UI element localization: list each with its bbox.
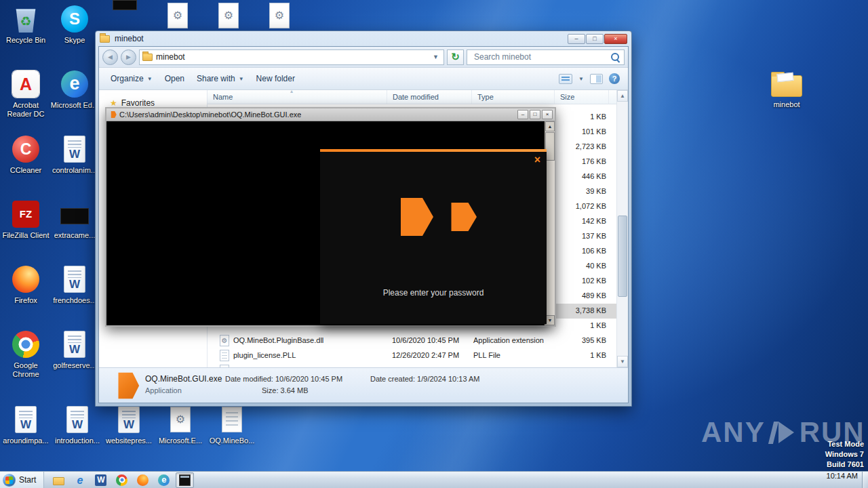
back-button[interactable]: ◀: [102, 49, 118, 65]
column-header-name[interactable]: Name: [208, 90, 387, 104]
change-view-icon[interactable]: [559, 74, 572, 84]
desktop-icon[interactable]: golfreserve...: [49, 329, 100, 390]
desktop-icon-label: Skype: [64, 36, 85, 45]
skype-icon: [61, 5, 88, 33]
close-button[interactable]: ×: [542, 110, 553, 119]
search-icon[interactable]: [610, 52, 621, 63]
taskbar-clock[interactable]: 10:14 AM: [823, 472, 862, 488]
taskbar-button[interactable]: [71, 472, 89, 488]
minimize-button[interactable]: –: [517, 110, 528, 119]
folder-icon: [771, 75, 802, 97]
refresh-button[interactable]: ↻: [447, 49, 464, 65]
show-desktop-button[interactable]: [862, 472, 868, 488]
maximize-button[interactable]: □: [530, 110, 540, 119]
explorer-titlebar[interactable]: minebot – □ ×: [96, 31, 631, 46]
address-bar[interactable]: minebot ▼: [139, 49, 444, 65]
taskbar-button[interactable]: [134, 472, 152, 488]
close-button[interactable]: ×: [604, 34, 627, 44]
taskbar: Start 10:14 AM: [0, 471, 868, 488]
taskbar-button[interactable]: [155, 472, 173, 488]
desktop-icon[interactable]: OQ.MineBo...: [206, 404, 258, 465]
desktop-icon[interactable]: frenchdoes...: [49, 264, 100, 325]
desktop-icon[interactable]: CCleaner: [0, 134, 52, 195]
file-row[interactable]: OQ.MineBot.PluginBase.dll 10/6/2020 10:4…: [208, 333, 616, 348]
desktop-icon[interactable]: Firefox: [0, 264, 52, 325]
desktop-icons-right: minebot: [761, 68, 812, 129]
chevron-down-icon[interactable]: ▼: [431, 54, 441, 60]
desktop-icon-label: Microsoft.E...: [159, 436, 202, 445]
organize-button[interactable]: Organize▼: [104, 70, 159, 87]
close-icon[interactable]: ×: [534, 155, 540, 165]
maximize-button[interactable]: □: [586, 34, 604, 44]
forward-button[interactable]: ▶: [121, 49, 136, 65]
details-file-size: Size: 3.64 MB: [262, 386, 308, 394]
scroll-down-icon[interactable]: ▼: [545, 315, 555, 325]
scroll-down-icon[interactable]: ▼: [617, 356, 628, 367]
file-type: Application extension: [473, 336, 544, 344]
favorites-label[interactable]: Favorites: [121, 98, 155, 108]
taskbar-button[interactable]: [50, 472, 68, 487]
dark-thumbnail-icon[interactable]: [113, 0, 137, 10]
desktop-icon[interactable]: Skype: [49, 3, 100, 64]
desktop-icon[interactable]: websitepres...: [103, 404, 155, 465]
exe-icon: [109, 111, 117, 119]
taskbar-button[interactable]: [113, 472, 131, 488]
accent-bar: [320, 149, 547, 152]
new-folder-button[interactable]: New folder: [250, 70, 301, 87]
column-header-size[interactable]: Size: [555, 90, 609, 104]
desktop-icon[interactable]: Microsoft.E...: [155, 404, 206, 465]
minimize-button[interactable]: –: [568, 34, 585, 44]
word-doc-icon: [64, 266, 85, 293]
start-label: Start: [19, 475, 36, 485]
desktop-icon[interactable]: FileZilla Client: [0, 199, 52, 260]
file-icon: [222, 407, 242, 432]
chevron-down-icon: ▼: [147, 76, 153, 82]
gear-file-icon[interactable]: [269, 3, 290, 28]
desktop-icon-label: golfreserve...: [53, 361, 96, 370]
anyrun-logo-icon: [771, 422, 794, 444]
desktop-icon-label: Google Chrome: [0, 361, 52, 379]
desktop-icon[interactable]: Microsoft Ed...: [49, 68, 100, 129]
scroll-up-icon[interactable]: ▲: [617, 90, 628, 102]
desktop-icon[interactable]: minebot: [761, 68, 812, 129]
chevron-down-icon[interactable]: ▼: [578, 76, 584, 82]
file-row[interactable]: plugin_license.PLL 12/26/2020 2:47 PM PL…: [208, 348, 616, 363]
start-button[interactable]: Start: [0, 472, 44, 488]
desktop-icon[interactable]: Google Chrome: [0, 329, 52, 390]
desktop-icon[interactable]: aroundimpa...: [0, 404, 52, 465]
open-button[interactable]: Open: [159, 70, 191, 87]
desktop-icons-bottom-row: aroundimpa... introduction... websitepre…: [0, 404, 258, 465]
desktop-icons-column-2: Skype Microsoft Ed... controlanim... ext…: [49, 3, 100, 390]
edge-icon: [158, 474, 170, 486]
desktop-icon[interactable]: Recycle Bin: [0, 3, 52, 64]
file-size: 176 KB: [555, 157, 606, 165]
column-header-date-modified[interactable]: Date modified: [387, 90, 472, 104]
desktop-icon[interactable]: controlanim...: [49, 134, 100, 195]
desktop-icon[interactable]: introduction...: [52, 404, 103, 465]
console-titlebar[interactable]: C:\Users\admin\Desktop\minebot\OQ.MineBo…: [106, 108, 555, 121]
desktop-icon-label: Firefox: [14, 296, 37, 305]
file-date: 10/6/2020 10:45 PM: [392, 336, 459, 344]
taskbar-button[interactable]: [92, 472, 110, 488]
word-doc-icon: [118, 406, 140, 433]
desktop-icon[interactable]: extracame...: [49, 199, 100, 260]
desktop-icon[interactable]: Acrobat Reader DC: [0, 68, 52, 129]
gear-file-icon[interactable]: [167, 3, 188, 28]
taskbar-button[interactable]: [176, 472, 194, 488]
search-input[interactable]: [473, 52, 610, 62]
share-with-button[interactable]: Share with▼: [191, 70, 250, 87]
vertical-scrollbar[interactable]: ▲ ▼: [616, 90, 628, 367]
scrollbar-thumb[interactable]: [618, 216, 627, 297]
edge-icon: [61, 70, 88, 98]
file-size: 40 KB: [555, 262, 606, 270]
folder-icon: [100, 35, 110, 43]
help-icon[interactable]: ?: [609, 73, 620, 84]
details-file-name: OQ.MineBot.GUI.exe: [145, 374, 222, 384]
scrollbar-thumb[interactable]: [545, 132, 555, 161]
column-header-type[interactable]: Type: [472, 90, 555, 104]
search-box[interactable]: [467, 49, 625, 65]
word-doc-icon: [64, 136, 85, 163]
gear-file-icon[interactable]: [218, 3, 239, 28]
preview-pane-icon[interactable]: [590, 74, 603, 84]
scroll-up-icon[interactable]: ▲: [545, 121, 555, 131]
